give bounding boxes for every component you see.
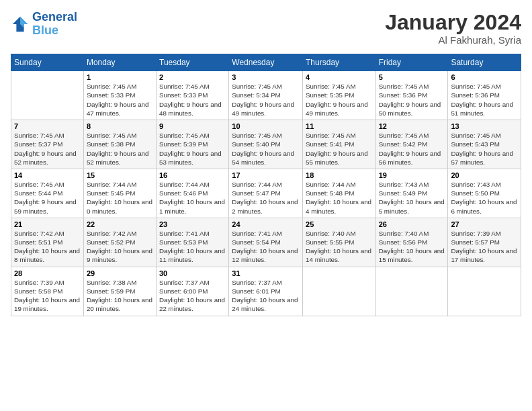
- day-number: 25: [306, 220, 373, 228]
- logo-general: General: [32, 10, 77, 24]
- week-row-2: 14Sunrise: 7:45 AMSunset: 5:44 PMDayligh…: [11, 169, 521, 218]
- calendar-cell: 24Sunrise: 7:41 AMSunset: 5:54 PMDayligh…: [229, 218, 303, 267]
- col-monday: Monday: [83, 54, 156, 71]
- cell-content: Sunrise: 7:45 AMSunset: 5:33 PMDaylight:…: [159, 82, 226, 118]
- logo-blue: Blue: [32, 24, 58, 37]
- calendar-cell: 26Sunrise: 7:40 AMSunset: 5:56 PMDayligh…: [375, 218, 448, 267]
- calendar-cell: [375, 267, 448, 316]
- day-number: 2: [159, 73, 226, 81]
- day-number: 27: [451, 220, 518, 228]
- calendar-cell: 25Sunrise: 7:40 AMSunset: 5:55 PMDayligh…: [303, 218, 376, 267]
- month-title: January 2024: [385, 11, 521, 34]
- calendar-cell: 3Sunrise: 7:45 AMSunset: 5:34 PMDaylight…: [229, 71, 303, 120]
- calendar-cell: [448, 267, 521, 316]
- calendar-cell: 13Sunrise: 7:45 AMSunset: 5:43 PMDayligh…: [448, 120, 521, 169]
- cell-content: Sunrise: 7:43 AMSunset: 5:50 PMDaylight:…: [451, 180, 518, 216]
- calendar-cell: 16Sunrise: 7:44 AMSunset: 5:46 PMDayligh…: [157, 169, 229, 218]
- location: Al Fakhurah, Syria: [385, 34, 521, 46]
- calendar-cell: [303, 267, 376, 316]
- day-number: 24: [232, 220, 300, 228]
- cell-content: Sunrise: 7:40 AMSunset: 5:56 PMDaylight:…: [379, 229, 445, 265]
- cell-content: Sunrise: 7:45 AMSunset: 5:43 PMDaylight:…: [451, 131, 518, 167]
- cell-content: Sunrise: 7:44 AMSunset: 5:45 PMDaylight:…: [87, 180, 153, 216]
- calendar-cell: 31Sunrise: 7:37 AMSunset: 6:01 PMDayligh…: [229, 267, 303, 316]
- calendar-cell: 6Sunrise: 7:45 AMSunset: 5:36 PMDaylight…: [448, 71, 521, 120]
- cell-content: Sunrise: 7:39 AMSunset: 5:58 PMDaylight:…: [14, 278, 81, 314]
- logo-text: General Blue: [32, 11, 77, 38]
- calendar-cell: 4Sunrise: 7:45 AMSunset: 5:35 PMDaylight…: [303, 71, 376, 120]
- header-row: Sunday Monday Tuesday Wednesday Thursday…: [11, 54, 521, 71]
- week-row-1: 7Sunrise: 7:45 AMSunset: 5:37 PMDaylight…: [11, 120, 521, 169]
- cell-content: Sunrise: 7:42 AMSunset: 5:51 PMDaylight:…: [14, 229, 81, 265]
- day-number: 10: [232, 122, 300, 130]
- calendar-cell: 20Sunrise: 7:43 AMSunset: 5:50 PMDayligh…: [448, 169, 521, 218]
- day-number: 15: [87, 171, 153, 179]
- day-number: 20: [451, 171, 518, 179]
- calendar-cell: 1Sunrise: 7:45 AMSunset: 5:33 PMDaylight…: [83, 71, 156, 120]
- page-container: General Blue January 2024 Al Fakhurah, S…: [0, 0, 532, 323]
- day-number: 5: [379, 73, 445, 81]
- calendar-cell: 9Sunrise: 7:45 AMSunset: 5:39 PMDaylight…: [157, 120, 229, 169]
- day-number: 30: [159, 269, 226, 277]
- calendar-cell: 29Sunrise: 7:38 AMSunset: 5:59 PMDayligh…: [83, 267, 156, 316]
- cell-content: Sunrise: 7:45 AMSunset: 5:40 PMDaylight:…: [232, 131, 300, 167]
- day-number: 1: [87, 73, 153, 81]
- day-number: 16: [159, 171, 226, 179]
- calendar-cell: [11, 71, 84, 120]
- calendar-cell: 30Sunrise: 7:37 AMSunset: 6:00 PMDayligh…: [157, 267, 229, 316]
- col-friday: Friday: [375, 54, 448, 71]
- day-number: 11: [306, 122, 373, 130]
- week-row-0: 1Sunrise: 7:45 AMSunset: 5:33 PMDaylight…: [11, 71, 521, 120]
- cell-content: Sunrise: 7:45 AMSunset: 5:34 PMDaylight:…: [232, 82, 300, 118]
- day-number: 6: [451, 73, 518, 81]
- cell-content: Sunrise: 7:43 AMSunset: 5:49 PMDaylight:…: [379, 180, 445, 216]
- cell-content: Sunrise: 7:44 AMSunset: 5:47 PMDaylight:…: [232, 180, 300, 216]
- logo: General Blue: [11, 11, 77, 38]
- calendar-cell: 10Sunrise: 7:45 AMSunset: 5:40 PMDayligh…: [229, 120, 303, 169]
- day-number: 14: [14, 171, 81, 179]
- calendar-cell: 22Sunrise: 7:42 AMSunset: 5:52 PMDayligh…: [83, 218, 156, 267]
- calendar-cell: 11Sunrise: 7:45 AMSunset: 5:41 PMDayligh…: [303, 120, 376, 169]
- day-number: 31: [232, 269, 300, 277]
- cell-content: Sunrise: 7:45 AMSunset: 5:44 PMDaylight:…: [14, 180, 81, 216]
- cell-content: Sunrise: 7:37 AMSunset: 6:01 PMDaylight:…: [232, 278, 300, 314]
- week-row-4: 28Sunrise: 7:39 AMSunset: 5:58 PMDayligh…: [11, 267, 521, 316]
- title-block: January 2024 Al Fakhurah, Syria: [385, 11, 521, 46]
- calendar-cell: 21Sunrise: 7:42 AMSunset: 5:51 PMDayligh…: [11, 218, 84, 267]
- calendar-cell: 5Sunrise: 7:45 AMSunset: 5:36 PMDaylight…: [375, 71, 448, 120]
- cell-content: Sunrise: 7:45 AMSunset: 5:42 PMDaylight:…: [379, 131, 445, 167]
- col-saturday: Saturday: [448, 54, 521, 71]
- col-thursday: Thursday: [303, 54, 376, 71]
- calendar-cell: 12Sunrise: 7:45 AMSunset: 5:42 PMDayligh…: [375, 120, 448, 169]
- col-wednesday: Wednesday: [229, 54, 303, 71]
- cell-content: Sunrise: 7:45 AMSunset: 5:33 PMDaylight:…: [87, 82, 153, 118]
- cell-content: Sunrise: 7:45 AMSunset: 5:39 PMDaylight:…: [159, 131, 226, 167]
- day-number: 4: [306, 73, 373, 81]
- day-number: 17: [232, 171, 300, 179]
- day-number: 9: [159, 122, 226, 130]
- week-row-3: 21Sunrise: 7:42 AMSunset: 5:51 PMDayligh…: [11, 218, 521, 267]
- calendar-cell: 8Sunrise: 7:45 AMSunset: 5:38 PMDaylight…: [83, 120, 156, 169]
- calendar-cell: 15Sunrise: 7:44 AMSunset: 5:45 PMDayligh…: [83, 169, 156, 218]
- cell-content: Sunrise: 7:44 AMSunset: 5:46 PMDaylight:…: [159, 180, 226, 216]
- day-number: 3: [232, 73, 300, 81]
- cell-content: Sunrise: 7:42 AMSunset: 5:52 PMDaylight:…: [87, 229, 153, 265]
- day-number: 7: [14, 122, 81, 130]
- col-sunday: Sunday: [11, 54, 84, 71]
- day-number: 19: [379, 171, 445, 179]
- cell-content: Sunrise: 7:38 AMSunset: 5:59 PMDaylight:…: [87, 278, 153, 314]
- col-tuesday: Tuesday: [157, 54, 229, 71]
- cell-content: Sunrise: 7:45 AMSunset: 5:37 PMDaylight:…: [14, 131, 81, 167]
- cell-content: Sunrise: 7:40 AMSunset: 5:55 PMDaylight:…: [306, 229, 373, 265]
- day-number: 21: [14, 220, 81, 228]
- day-number: 28: [14, 269, 81, 277]
- cell-content: Sunrise: 7:41 AMSunset: 5:54 PMDaylight:…: [232, 229, 300, 265]
- calendar-cell: 28Sunrise: 7:39 AMSunset: 5:58 PMDayligh…: [11, 267, 84, 316]
- cell-content: Sunrise: 7:44 AMSunset: 5:48 PMDaylight:…: [306, 180, 373, 216]
- day-number: 13: [451, 122, 518, 130]
- cell-content: Sunrise: 7:45 AMSunset: 5:36 PMDaylight:…: [379, 82, 445, 118]
- day-number: 26: [379, 220, 445, 228]
- day-number: 12: [379, 122, 445, 130]
- day-number: 29: [87, 269, 153, 277]
- calendar-cell: 7Sunrise: 7:45 AMSunset: 5:37 PMDaylight…: [11, 120, 84, 169]
